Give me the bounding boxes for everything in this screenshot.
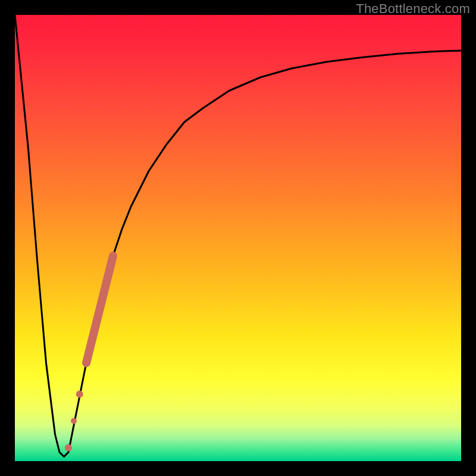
- markers-group: [65, 256, 113, 452]
- bottleneck-curve: [15, 15, 461, 457]
- plot-svg: [15, 15, 461, 461]
- plot-area: [15, 15, 461, 461]
- dot-3: [65, 444, 72, 452]
- watermark-text: TheBottleneck.com: [356, 1, 470, 17]
- dot-2: [71, 418, 77, 424]
- segment-highlight: [86, 256, 113, 363]
- dot-1: [76, 391, 83, 398]
- chart-frame: TheBottleneck.com: [0, 0, 476, 476]
